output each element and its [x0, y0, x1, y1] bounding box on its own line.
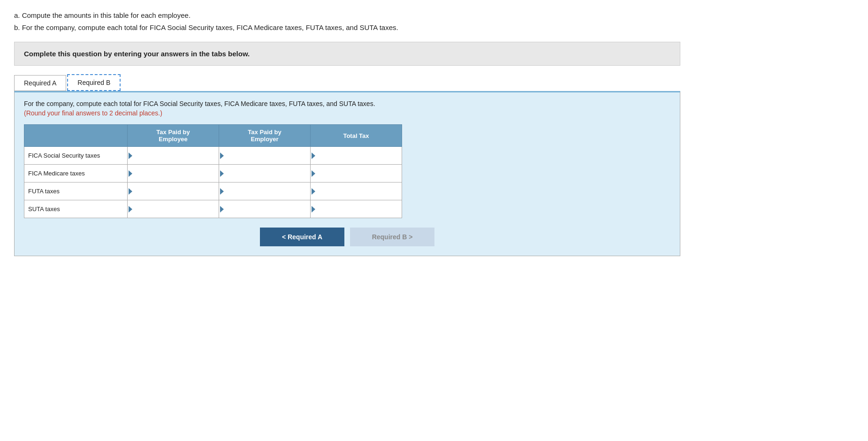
tab-b-label: Required B — [77, 79, 110, 86]
table-row: FICA Social Security taxes — [24, 147, 402, 165]
cell-input-tax_paid_employer-3[interactable] — [226, 200, 310, 218]
tab-description: For the company, compute each total for … — [24, 100, 670, 107]
col-header-employer: Tax Paid byEmployer — [219, 125, 311, 147]
col-header-label — [24, 125, 128, 147]
cell-total_tax-3[interactable] — [311, 200, 402, 218]
cell-input-tax_paid_employer-1[interactable] — [226, 165, 310, 182]
row-label-3: SUTA taxes — [24, 200, 128, 218]
complete-box-text: Complete this question by entering your … — [24, 50, 250, 58]
cell-arrow-icon — [312, 152, 315, 159]
cell-input-total_tax-2[interactable] — [317, 182, 402, 200]
cell-input-tax_paid_employee-0[interactable] — [134, 147, 219, 164]
tab-required-a[interactable]: Required A — [14, 75, 66, 91]
cell-total_tax-1[interactable] — [311, 165, 402, 182]
cell-input-total_tax-3[interactable] — [317, 200, 402, 218]
tab-content: For the company, compute each total for … — [14, 91, 680, 256]
cell-tax_paid_employee-2[interactable] — [128, 182, 219, 200]
tab-a-label: Required A — [24, 79, 56, 87]
row-label-0: FICA Social Security taxes — [24, 147, 128, 165]
cell-input-tax_paid_employer-0[interactable] — [226, 147, 310, 164]
cell-tax_paid_employer-1[interactable] — [219, 165, 311, 182]
cell-arrow-icon — [312, 206, 315, 213]
col-header-total: Total Tax — [311, 125, 402, 147]
cell-arrow-icon — [220, 170, 224, 177]
cell-input-tax_paid_employee-3[interactable] — [134, 200, 219, 218]
cell-arrow-icon — [129, 170, 132, 177]
cell-arrow-icon — [220, 152, 224, 159]
cell-input-total_tax-0[interactable] — [317, 147, 402, 164]
tab-required-b[interactable]: Required B — [67, 74, 121, 91]
row-label-1: FICA Medicare taxes — [24, 165, 128, 182]
table-row: SUTA taxes — [24, 200, 402, 218]
cell-tax_paid_employee-3[interactable] — [128, 200, 219, 218]
row-label-2: FUTA taxes — [24, 182, 128, 200]
cell-tax_paid_employer-2[interactable] — [219, 182, 311, 200]
tabs-container: Required A Required B For the company, c… — [14, 74, 680, 256]
prev-button[interactable]: < Required A — [260, 228, 344, 246]
data-table: Tax Paid byEmployee Tax Paid byEmployer … — [24, 124, 402, 218]
cell-arrow-icon — [129, 206, 132, 213]
cell-tax_paid_employee-0[interactable] — [128, 147, 219, 165]
cell-arrow-icon — [220, 206, 224, 213]
cell-tax_paid_employer-0[interactable] — [219, 147, 311, 165]
cell-input-total_tax-1[interactable] — [317, 165, 402, 182]
col-header-employee: Tax Paid byEmployee — [128, 125, 219, 147]
instructions: a. Compute the amounts in this table for… — [14, 9, 854, 33]
cell-input-tax_paid_employee-1[interactable] — [134, 165, 219, 182]
instruction-a: a. Compute the amounts in this table for… — [14, 9, 854, 22]
nav-buttons: < Required A Required B > — [24, 228, 670, 246]
cell-arrow-icon — [312, 170, 315, 177]
cell-arrow-icon — [129, 188, 132, 195]
cell-input-tax_paid_employee-2[interactable] — [134, 182, 219, 200]
cell-arrow-icon — [220, 188, 224, 195]
tab-note: (Round your final answers to 2 decimal p… — [24, 109, 670, 117]
next-button[interactable]: Required B > — [350, 228, 434, 246]
cell-input-tax_paid_employer-2[interactable] — [226, 182, 310, 200]
tabs-row: Required A Required B — [14, 74, 680, 91]
cell-total_tax-0[interactable] — [311, 147, 402, 165]
table-row: FICA Medicare taxes — [24, 165, 402, 182]
cell-tax_paid_employer-3[interactable] — [219, 200, 311, 218]
instruction-b: b. For the company, compute each total f… — [14, 22, 854, 34]
table-row: FUTA taxes — [24, 182, 402, 200]
table-header-row: Tax Paid byEmployee Tax Paid byEmployer … — [24, 125, 402, 147]
complete-box: Complete this question by entering your … — [14, 42, 680, 66]
cell-total_tax-2[interactable] — [311, 182, 402, 200]
cell-tax_paid_employee-1[interactable] — [128, 165, 219, 182]
cell-arrow-icon — [312, 188, 315, 195]
cell-arrow-icon — [129, 152, 132, 159]
